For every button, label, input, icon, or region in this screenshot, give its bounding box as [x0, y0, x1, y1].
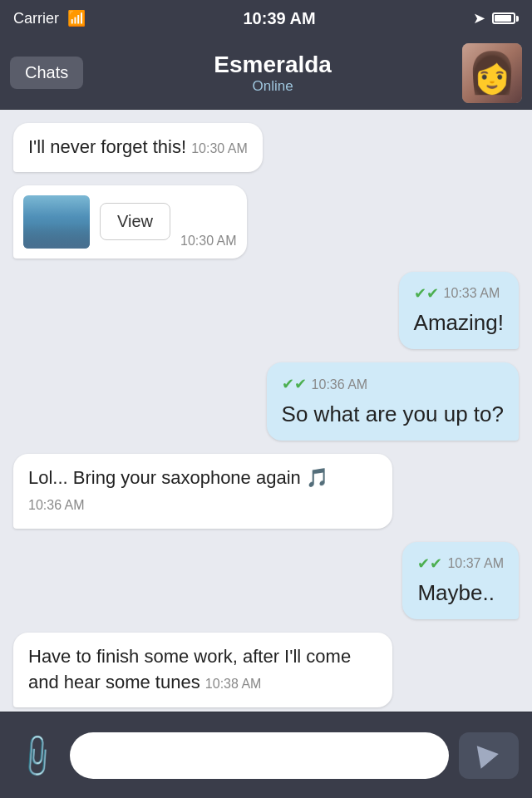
location-icon: ➤ — [473, 9, 485, 27]
table-row: ✔✔ 10:37 AM Maybe.. — [13, 542, 519, 620]
view-media-button[interactable]: View — [100, 203, 170, 240]
wifi-icon: 📶 — [67, 9, 86, 27]
status-left: Carrier 📶 — [13, 9, 86, 27]
thumbnail-image — [23, 195, 90, 249]
message-bubble-outgoing: ✔✔ 10:33 AM Amazing! — [399, 272, 519, 350]
battery-icon — [492, 12, 519, 24]
table-row: ✔✔ 10:33 AM Amazing! — [13, 272, 519, 350]
back-button[interactable]: Chats — [10, 57, 83, 89]
message-time: 10:36 AM — [312, 376, 368, 394]
message-text: Lol... Bring your saxophone again 🎵 — [28, 467, 328, 488]
table-row: Have to finish some work, after I'll com… — [13, 633, 519, 707]
nav-center: Esmeralda Online — [214, 52, 332, 95]
status-time: 10:39 AM — [243, 9, 315, 28]
contact-name: Esmeralda — [214, 52, 332, 78]
message-time: 10:37 AM — [447, 554, 504, 573]
message-bubble-outgoing: ✔✔ 10:37 AM Maybe.. — [402, 542, 519, 620]
message-time: 10:33 AM — [444, 284, 500, 303]
message-time: 10:36 AM — [28, 498, 85, 512]
message-bubble-incoming: Have to finish some work, after I'll com… — [13, 633, 392, 707]
message-time: 10:30 AM — [191, 141, 248, 155]
table-row: Lol... Bring your saxophone again 🎵 10:3… — [13, 454, 519, 529]
message-text: Maybe.. — [417, 580, 495, 605]
message-text: Have to finish some work, after I'll com… — [28, 646, 351, 692]
table-row: ✔✔ 10:36 AM So what are you up to? — [13, 362, 519, 441]
status-bar: Carrier 📶 10:39 AM ➤ — [0, 0, 532, 37]
avatar[interactable] — [462, 43, 522, 103]
bottom-bar: 📎 — [0, 712, 532, 798]
message-text: I'll never forget this! — [28, 136, 186, 157]
time-row: ✔✔ 10:37 AM — [417, 554, 504, 574]
read-receipt-icon: ✔✔ — [414, 283, 439, 304]
contact-status: Online — [253, 78, 293, 95]
attach-button[interactable]: 📎 — [13, 732, 60, 779]
message-text: So what are you up to? — [282, 401, 504, 426]
table-row: I'll never forget this! 10:30 AM — [13, 123, 519, 172]
table-row: View 10:30 AM — [13, 185, 519, 259]
paperclip-icon: 📎 — [11, 730, 62, 781]
status-right: ➤ — [473, 9, 519, 27]
message-bubble-incoming: Lol... Bring your saxophone again 🎵 10:3… — [13, 454, 392, 529]
time-row: ✔✔ 10:33 AM — [414, 283, 504, 304]
message-input[interactable] — [70, 732, 449, 779]
carrier-label: Carrier — [13, 10, 59, 27]
send-button[interactable] — [459, 732, 519, 779]
read-receipt-icon: ✔✔ — [417, 554, 442, 574]
send-icon — [477, 742, 500, 769]
message-time: 10:30 AM — [180, 234, 237, 249]
read-receipt-icon: ✔✔ — [282, 374, 307, 395]
message-bubble-incoming: I'll never forget this! 10:30 AM — [13, 123, 263, 172]
message-text: Amazing! — [414, 310, 504, 335]
media-thumbnail — [23, 195, 90, 249]
avatar-image — [462, 43, 522, 103]
chat-area: I'll never forget this! 10:30 AM View 10… — [0, 110, 532, 712]
media-bubble: View 10:30 AM — [13, 185, 247, 259]
nav-bar: Chats Esmeralda Online — [0, 37, 532, 110]
message-bubble-outgoing: ✔✔ 10:36 AM So what are you up to? — [267, 362, 519, 441]
time-row: ✔✔ 10:36 AM — [282, 374, 504, 395]
message-time: 10:38 AM — [205, 677, 262, 691]
